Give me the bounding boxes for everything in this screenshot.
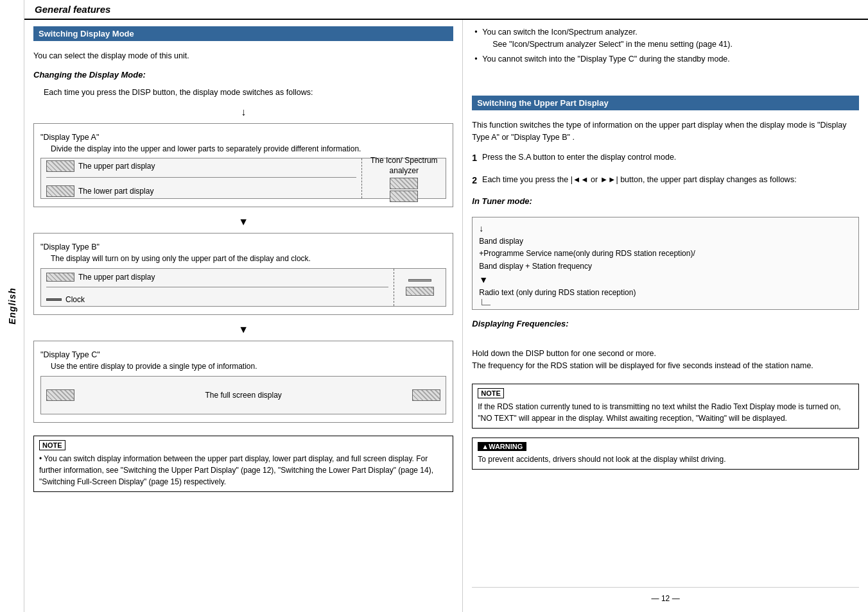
switching-upper-part-header: Switching the Upper Part Display xyxy=(472,96,859,110)
warning-text: To prevent accidents, drivers should not… xyxy=(478,454,853,465)
step-1-text: Press the S.A button to enter the displa… xyxy=(482,151,676,165)
display-type-b-desc: The display will turn on by using only t… xyxy=(40,253,446,264)
in-tuner-box: ↓ Band display +Programme Service name(o… xyxy=(472,217,859,310)
clock-line xyxy=(46,298,62,301)
page-title-bar: General features xyxy=(24,0,868,20)
hatch-full-left xyxy=(46,389,74,401)
arrow-down-2: ▼ xyxy=(33,217,453,227)
note-box-1: NOTE • You can switch display informatio… xyxy=(33,436,453,492)
subsection-title: Changing the Display Mode: xyxy=(33,70,453,80)
arrow-down-3: ▼ xyxy=(33,325,453,335)
tuner-arrow-down2: ▼ xyxy=(479,273,852,287)
diagram-b-clock-label: Clock xyxy=(65,295,85,304)
tuner-return-arrow xyxy=(482,299,490,305)
hatch-right-b2 xyxy=(406,287,434,296)
bullet-2: You cannot switch into the "Display Type… xyxy=(474,53,859,65)
diagram-type-a: The upper part display The lower part di… xyxy=(40,158,446,199)
diagram-type-b: The upper part display Clock xyxy=(40,268,446,307)
hatch-upper-b xyxy=(46,273,74,282)
note-text-1: • You can switch display information bet… xyxy=(39,453,447,488)
diagram-a-upper-row: The upper part display xyxy=(46,160,356,172)
display-type-c-label: "Display Type C" xyxy=(40,350,446,359)
tuner-arrow-down: ↓ xyxy=(479,221,852,235)
section2-intro: This function switches the type of infor… xyxy=(472,119,859,144)
diagram-a-right: The Icon/ Spectrum analyzer xyxy=(362,158,446,198)
diagram-a-right-label: The Icon/ Spectrum analyzer xyxy=(365,155,443,177)
hatch-right-b1 xyxy=(408,279,431,282)
diagram-b-left: The upper part display Clock xyxy=(41,269,394,306)
warning-box: ▲WARNING To prevent accidents, drivers s… xyxy=(472,438,859,470)
hatch-icon-a2 xyxy=(390,191,418,202)
in-tuner-label: In Tuner mode: xyxy=(472,196,859,206)
section-intro: You can select the display mode of this … xyxy=(33,50,453,62)
hatch-full-right xyxy=(412,389,440,401)
subsection-body: Each time you press the DISP button, the… xyxy=(33,87,453,99)
display-type-c-section: "Display Type C" Use the entire display … xyxy=(33,341,453,423)
diagram-b-right xyxy=(394,269,446,306)
hatch-lower-a xyxy=(46,185,74,197)
note-box-2: NOTE If the RDS station currently tuned … xyxy=(472,384,859,429)
diagram-type-c: The full screen display xyxy=(40,376,446,414)
diagram-a-lower-label: The lower part display xyxy=(78,187,153,196)
arrow-down-1: ↓ xyxy=(33,107,453,117)
displaying-freq-text: Hold down the DISP button for one second… xyxy=(472,336,859,371)
page-title: General features xyxy=(35,4,110,15)
step-1: 1 Press the S.A button to enter the disp… xyxy=(472,151,859,165)
display-type-c-desc: Use the entire display to provide a sing… xyxy=(40,361,446,372)
left-column: Switching Display Mode You can select th… xyxy=(24,20,463,612)
diagram-a-left: The upper part display The lower part di… xyxy=(41,158,362,198)
tuner-line4: Radio text (only during RDS station rece… xyxy=(479,287,852,299)
top-bullets: You can switch the Icon/Spectrum analyze… xyxy=(472,26,859,67)
note-label-1: NOTE xyxy=(39,440,65,450)
diagram-a-lower-row: The lower part display xyxy=(46,185,356,197)
switching-display-mode-header: Switching Display Mode xyxy=(33,26,453,41)
display-type-b-section: "Display Type B" The display will turn o… xyxy=(33,233,453,315)
display-type-b-label: "Display Type B" xyxy=(40,242,446,251)
tuner-line2: +Programme Service name(only during RDS … xyxy=(479,248,852,260)
diagram-b-upper-label: The upper part display xyxy=(78,273,155,282)
hatch-upper-a xyxy=(46,160,74,172)
full-screen-diagram: The full screen display xyxy=(41,386,446,405)
displaying-freq-title: Displaying Frequencies: xyxy=(472,319,859,328)
warning-label: ▲WARNING xyxy=(478,442,526,451)
hatch-icon-a xyxy=(390,178,418,189)
diagram-a-upper-label: The upper part display xyxy=(78,162,155,171)
bullet-1: You can switch the Icon/Spectrum analyze… xyxy=(474,26,859,51)
tuner-line3: Band display + Station frequency xyxy=(479,260,852,273)
step-2-num: 2 xyxy=(472,174,477,187)
sidebar: English xyxy=(0,0,24,612)
step-1-num: 1 xyxy=(472,151,477,165)
note-text-2: If the RDS station currently tuned to is… xyxy=(478,401,853,424)
sidebar-label: English xyxy=(7,287,17,325)
step-2: 2 Each time you press the |◄◄ or ►►| but… xyxy=(472,174,859,187)
display-type-a-label: "Display Type A" xyxy=(40,133,446,142)
display-type-a-section: "Display Type A" Divide the display into… xyxy=(33,123,453,208)
step-2-text: Each time you press the |◄◄ or ►►| butto… xyxy=(482,174,797,187)
diagram-b-clock-row: Clock xyxy=(46,295,388,304)
full-screen-label: The full screen display xyxy=(78,391,408,400)
page-number: — 12 — xyxy=(472,587,859,606)
diagram-b-upper-row: The upper part display xyxy=(46,273,388,282)
bullet-1-sub: See "Icon/Spectrum analyzer Select" in t… xyxy=(482,38,859,51)
note-label-2: NOTE xyxy=(478,388,504,398)
tuner-line1: Band display xyxy=(479,235,852,248)
right-column: You can switch the Icon/Spectrum analyze… xyxy=(463,20,868,612)
display-type-a-desc: Divide the display into the upper and lo… xyxy=(40,144,446,155)
